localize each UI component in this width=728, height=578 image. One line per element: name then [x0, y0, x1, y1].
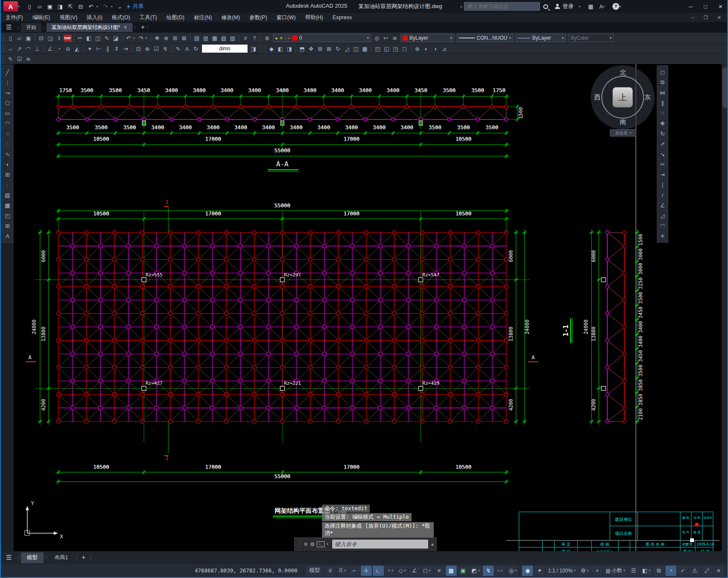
new-icon[interactable]: ▯ — [6, 34, 15, 43]
signin-dropdown-icon[interactable]: ▾ — [579, 5, 582, 9]
selection-filter-icon[interactable]: ▫▾ — [495, 566, 506, 576]
menu-xpress[interactable]: Express — [328, 15, 357, 20]
explode-icon[interactable]: ✳ — [658, 231, 667, 241]
layer-select[interactable]: ●☀▫⌐0▾ — [273, 34, 371, 42]
new-file-icon[interactable]: ▯ — [25, 2, 34, 11]
quick-properties-icon[interactable]: ☰ — [628, 566, 639, 576]
layer-states-icon[interactable]: ≋ — [390, 34, 399, 43]
linear-dimension-icon[interactable]: ↔ — [6, 44, 15, 53]
markup-import-icon[interactable]: ▨ — [228, 34, 237, 43]
grid-display-icon[interactable]: # — [325, 566, 336, 576]
graphics-performance-icon[interactable]: ◔ — [665, 566, 676, 576]
menu-编辑[interactable]: 编辑(E) — [28, 14, 55, 21]
dimension-edit-icon[interactable]: ✎ — [174, 44, 183, 53]
dimension-space-icon[interactable]: ⇕ — [112, 44, 121, 53]
copy-face-icon[interactable]: ◫ — [351, 44, 360, 53]
live-section-icon[interactable]: ◑ — [431, 44, 440, 53]
undo-icon-dropdown[interactable]: ▾ — [96, 5, 100, 9]
rotate-icon[interactable]: ↻ — [658, 128, 667, 139]
pan-icon[interactable]: ✥ — [153, 34, 162, 43]
paste-icon[interactable]: ◫ — [93, 34, 102, 43]
plotstyle-select[interactable]: ByColor▾ — [568, 34, 614, 42]
scale-icon[interactable]: ⇗ — [658, 139, 667, 149]
plot-preview-icon[interactable]: ◲ — [46, 34, 55, 43]
rotate-face-icon[interactable]: ↻ — [334, 44, 342, 53]
quick-calc-icon[interactable]: # — [241, 34, 250, 43]
move-icon[interactable]: ✥ — [658, 118, 667, 128]
qat-customize-icon[interactable]: ⌄ — [115, 2, 125, 11]
menu-工具[interactable]: 工具(T) — [135, 14, 162, 21]
layout-menu-icon[interactable]: ☰ — [6, 554, 12, 561]
sign-in-button[interactable]: 登录 — [563, 3, 574, 10]
autodesk-access-icon[interactable]: A — [599, 3, 603, 10]
dimension-text-edit-icon[interactable]: A — [183, 44, 191, 53]
arc-icon[interactable]: ◠ — [3, 118, 12, 128]
compass-north-label[interactable]: 北 — [620, 69, 626, 77]
ellipse-icon[interactable]: ◖ — [3, 159, 12, 169]
baseline-dimension-icon[interactable]: ⊢ — [94, 44, 103, 53]
ucs-icon-toggle[interactable]: ↯ — [483, 566, 494, 576]
units-control[interactable]: ▤小数▾ — [603, 566, 627, 576]
jogged-linear-icon[interactable]: ↯ — [161, 44, 170, 53]
drawing-canvas[interactable]: 1750350035003450340034003400340034003400… — [14, 64, 722, 551]
break-icon[interactable]: / — [658, 190, 667, 200]
gizmo-icon[interactable]: ◎▾ — [507, 566, 519, 576]
compass-south-label[interactable]: 南 — [620, 118, 626, 126]
menu-帮助[interactable]: 帮助(H) — [300, 14, 328, 21]
menu-格式[interactable]: 格式(O) — [107, 14, 135, 21]
annotation-scale[interactable]: 1:1 / 100%▾ — [546, 566, 577, 576]
application-menu-button[interactable]: A — [3, 1, 18, 12]
search-input[interactable] — [464, 2, 540, 11]
minimize-button[interactable]: ─ — [689, 3, 693, 10]
named-view-control[interactable]: 未命名▾ — [610, 129, 636, 137]
circle-icon[interactable]: ○ — [3, 128, 12, 139]
clean-screen-icon[interactable]: ⤢ — [701, 566, 712, 576]
arc-length-icon[interactable]: ◠ — [24, 44, 33, 53]
help-icon[interactable]: ? — [612, 3, 619, 10]
compass-west-label[interactable]: 西 — [594, 93, 600, 102]
mtext-icon[interactable]: A — [3, 231, 12, 241]
close-tab-icon[interactable]: ✕ — [123, 25, 127, 30]
redo-icon-dropdown[interactable]: ▾ — [111, 5, 114, 9]
gradient-icon[interactable]: ▩ — [3, 200, 12, 210]
angular-dimension-icon[interactable]: ∠ — [46, 44, 55, 53]
dynamic-ucs-icon[interactable]: ◩▾ — [470, 566, 482, 576]
dwf-export-icon[interactable]: DWF — [64, 35, 72, 42]
polygon-icon[interactable]: ⬠ — [3, 98, 12, 108]
new-tab-button[interactable]: + — [141, 23, 145, 31]
redo-icon-dropdown[interactable]: ▾ — [145, 36, 149, 40]
app-menu-dropdown-icon[interactable]: ▾ — [18, 5, 21, 9]
dynamic-input-icon[interactable]: ⊹ — [361, 566, 372, 576]
add-jog-icon[interactable]: ⊿ — [440, 44, 449, 53]
check-icon[interactable]: ⊕ — [413, 44, 422, 53]
object-snap-icon[interactable]: ◻▾ — [421, 566, 433, 576]
match-properties-icon[interactable]: ✎ — [102, 34, 111, 43]
diameter-dimension-icon[interactable]: ⊘ — [64, 44, 73, 53]
customize-wrench-icon[interactable]: ⚙ — [310, 541, 315, 547]
plot-icon[interactable]: ⊟ — [76, 2, 85, 11]
command-input[interactable]: 键入命令 — [332, 540, 428, 549]
erase-icon[interactable]: ◻ — [658, 67, 667, 77]
ordinate-dimension-icon[interactable]: ⊥ — [33, 44, 42, 53]
intersect-icon[interactable]: ◨ — [285, 44, 294, 53]
open-icon[interactable]: ▱ — [15, 34, 24, 43]
copy-icon[interactable]: ◧ — [84, 34, 93, 43]
trim-icon[interactable]: ✂ — [658, 159, 667, 169]
separate-icon[interactable]: ◳ — [391, 44, 400, 53]
extrude-face-icon[interactable]: ⬒ — [298, 44, 307, 53]
infer-constraints-icon[interactable]: ⌐ — [349, 566, 360, 576]
transparency-icon[interactable]: ▩ — [446, 566, 457, 576]
menu-视图[interactable]: 视图(V) — [55, 14, 82, 21]
new-layout-button[interactable]: + — [79, 554, 88, 561]
inspection-icon[interactable]: ☑ — [152, 44, 161, 53]
block-attribute-manager-icon[interactable]: ☑ — [15, 55, 24, 64]
union-icon[interactable]: ◆ — [267, 44, 276, 53]
isometric-drafting-icon[interactable]: ◇▾ — [397, 566, 408, 576]
publish-icon[interactable]: ⇪ — [55, 34, 64, 43]
polar-tracking-icon[interactable]: ◔▾ — [385, 566, 396, 576]
menu-插入[interactable]: 插入(I) — [82, 14, 107, 21]
sheet-set-manager-icon[interactable]: ▧ — [219, 34, 228, 43]
array-icon[interactable]: ∷ — [658, 108, 667, 118]
table-icon[interactable]: ⊞ — [3, 221, 12, 231]
delete-face-icon[interactable]: ⊠ — [325, 44, 334, 53]
